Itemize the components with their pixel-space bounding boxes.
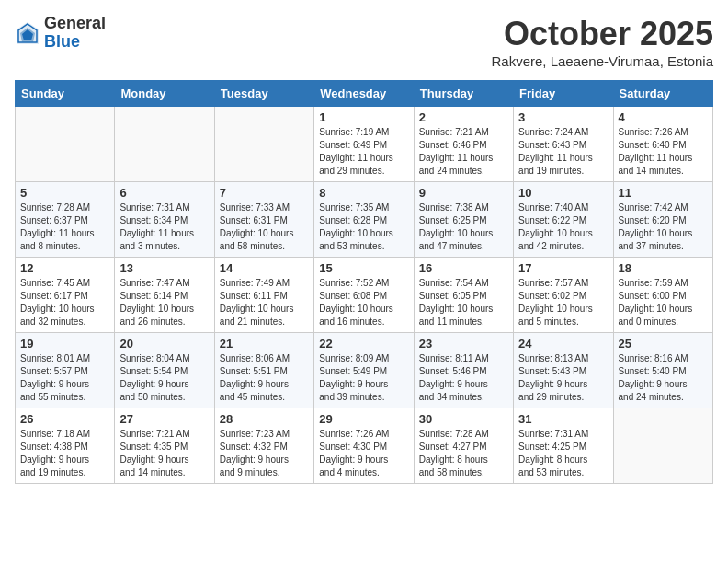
- logo-blue: Blue: [44, 33, 106, 52]
- day-number: 10: [518, 186, 608, 200]
- day-number: 4: [619, 110, 708, 124]
- day-info: Sunrise: 7:28 AM Sunset: 4:27 PM Dayligh…: [419, 428, 508, 479]
- calendar-week-row: 1Sunrise: 7:19 AM Sunset: 6:49 PM Daylig…: [16, 107, 713, 182]
- day-number: 1: [319, 110, 408, 124]
- weekday-header: Saturday: [613, 81, 712, 107]
- day-number: 5: [20, 186, 109, 200]
- day-info: Sunrise: 7:47 AM Sunset: 6:14 PM Dayligh…: [119, 277, 209, 328]
- weekday-header: Friday: [514, 81, 613, 107]
- calendar-cell: 26Sunrise: 7:18 AM Sunset: 4:38 PM Dayli…: [16, 408, 115, 484]
- day-info: Sunrise: 8:06 AM Sunset: 5:51 PM Dayligh…: [220, 352, 309, 404]
- weekday-header: Wednesday: [314, 81, 414, 107]
- calendar-cell: 10Sunrise: 7:40 AM Sunset: 6:22 PM Dayli…: [514, 182, 613, 258]
- day-number: 19: [20, 337, 109, 350]
- day-info: Sunrise: 8:04 AM Sunset: 5:54 PM Dayligh…: [119, 352, 209, 404]
- calendar-cell: 30Sunrise: 7:28 AM Sunset: 4:27 PM Dayli…: [414, 408, 513, 484]
- calendar-week-row: 19Sunrise: 8:01 AM Sunset: 5:57 PM Dayli…: [16, 333, 713, 408]
- logo: General Blue: [15, 15, 106, 52]
- day-number: 30: [419, 412, 508, 426]
- day-info: Sunrise: 7:52 AM Sunset: 6:08 PM Dayligh…: [319, 277, 408, 328]
- weekday-header: Monday: [115, 81, 214, 107]
- day-info: Sunrise: 8:11 AM Sunset: 5:46 PM Dayligh…: [419, 352, 508, 404]
- calendar-week-row: 5Sunrise: 7:28 AM Sunset: 6:37 PM Daylig…: [16, 182, 713, 258]
- day-info: Sunrise: 7:42 AM Sunset: 6:20 PM Dayligh…: [619, 201, 708, 253]
- logo-general: General: [44, 15, 106, 33]
- day-info: Sunrise: 7:21 AM Sunset: 6:46 PM Dayligh…: [419, 126, 508, 178]
- day-number: 3: [518, 110, 608, 124]
- day-info: Sunrise: 8:13 AM Sunset: 5:43 PM Dayligh…: [518, 352, 608, 404]
- day-info: Sunrise: 7:21 AM Sunset: 4:35 PM Dayligh…: [119, 428, 209, 479]
- calendar-week-row: 12Sunrise: 7:45 AM Sunset: 6:17 PM Dayli…: [16, 258, 713, 333]
- day-number: 20: [119, 337, 209, 350]
- day-number: 7: [220, 186, 309, 200]
- day-number: 9: [419, 186, 508, 200]
- calendar-cell: 21Sunrise: 8:06 AM Sunset: 5:51 PM Dayli…: [214, 333, 313, 408]
- day-info: Sunrise: 8:09 AM Sunset: 5:49 PM Dayligh…: [319, 352, 408, 404]
- day-info: Sunrise: 7:31 AM Sunset: 4:25 PM Dayligh…: [518, 428, 608, 479]
- day-info: Sunrise: 7:35 AM Sunset: 6:28 PM Dayligh…: [319, 201, 408, 253]
- calendar-cell: 22Sunrise: 8:09 AM Sunset: 5:49 PM Dayli…: [314, 333, 414, 408]
- calendar-cell: 4Sunrise: 7:26 AM Sunset: 6:40 PM Daylig…: [613, 107, 712, 182]
- day-number: 23: [419, 337, 508, 350]
- day-number: 6: [119, 186, 209, 200]
- day-number: 25: [619, 337, 708, 350]
- calendar-cell: 2Sunrise: 7:21 AM Sunset: 6:46 PM Daylig…: [414, 107, 513, 182]
- day-info: Sunrise: 7:24 AM Sunset: 6:43 PM Dayligh…: [518, 126, 608, 178]
- calendar-cell: 8Sunrise: 7:35 AM Sunset: 6:28 PM Daylig…: [314, 182, 414, 258]
- day-number: 21: [220, 337, 309, 350]
- month-title: October 2025: [491, 15, 713, 53]
- day-info: Sunrise: 8:01 AM Sunset: 5:57 PM Dayligh…: [20, 352, 109, 404]
- day-info: Sunrise: 7:31 AM Sunset: 6:34 PM Dayligh…: [119, 201, 209, 253]
- calendar-week-row: 26Sunrise: 7:18 AM Sunset: 4:38 PM Dayli…: [16, 408, 713, 484]
- calendar-cell: 28Sunrise: 7:23 AM Sunset: 4:32 PM Dayli…: [214, 408, 313, 484]
- calendar-cell: 29Sunrise: 7:26 AM Sunset: 4:30 PM Dayli…: [314, 408, 414, 484]
- calendar-cell: 3Sunrise: 7:24 AM Sunset: 6:43 PM Daylig…: [514, 107, 613, 182]
- calendar-cell: 17Sunrise: 7:57 AM Sunset: 6:02 PM Dayli…: [514, 258, 613, 333]
- weekday-header: Tuesday: [214, 81, 313, 107]
- day-info: Sunrise: 7:18 AM Sunset: 4:38 PM Dayligh…: [20, 428, 109, 479]
- calendar-cell: 19Sunrise: 8:01 AM Sunset: 5:57 PM Dayli…: [16, 333, 115, 408]
- calendar-cell: 23Sunrise: 8:11 AM Sunset: 5:46 PM Dayli…: [414, 333, 513, 408]
- calendar-cell: 31Sunrise: 7:31 AM Sunset: 4:25 PM Dayli…: [514, 408, 613, 484]
- calendar-cell: 6Sunrise: 7:31 AM Sunset: 6:34 PM Daylig…: [115, 182, 214, 258]
- title-block: October 2025 Rakvere, Laeaene-Virumaa, E…: [491, 15, 713, 69]
- day-info: Sunrise: 7:59 AM Sunset: 6:00 PM Dayligh…: [619, 277, 708, 328]
- location: Rakvere, Laeaene-Virumaa, Estonia: [491, 53, 713, 69]
- calendar-cell: [214, 107, 313, 182]
- calendar-cell: 9Sunrise: 7:38 AM Sunset: 6:25 PM Daylig…: [414, 182, 513, 258]
- day-number: 13: [119, 261, 209, 275]
- calendar-cell: 20Sunrise: 8:04 AM Sunset: 5:54 PM Dayli…: [115, 333, 214, 408]
- day-number: 12: [20, 261, 109, 275]
- weekday-header: Sunday: [16, 81, 115, 107]
- calendar-cell: 1Sunrise: 7:19 AM Sunset: 6:49 PM Daylig…: [314, 107, 414, 182]
- day-number: 14: [220, 261, 309, 275]
- calendar-cell: 16Sunrise: 7:54 AM Sunset: 6:05 PM Dayli…: [414, 258, 513, 333]
- calendar-cell: 13Sunrise: 7:47 AM Sunset: 6:14 PM Dayli…: [115, 258, 214, 333]
- day-number: 27: [119, 412, 209, 426]
- calendar-cell: 7Sunrise: 7:33 AM Sunset: 6:31 PM Daylig…: [214, 182, 313, 258]
- day-number: 28: [220, 412, 309, 426]
- calendar-cell: 14Sunrise: 7:49 AM Sunset: 6:11 PM Dayli…: [214, 258, 313, 333]
- day-info: Sunrise: 7:57 AM Sunset: 6:02 PM Dayligh…: [518, 277, 608, 328]
- day-number: 11: [619, 186, 708, 200]
- day-info: Sunrise: 7:38 AM Sunset: 6:25 PM Dayligh…: [419, 201, 508, 253]
- day-number: 8: [319, 186, 408, 200]
- calendar-cell: 24Sunrise: 8:13 AM Sunset: 5:43 PM Dayli…: [514, 333, 613, 408]
- calendar-cell: [613, 408, 712, 484]
- day-number: 29: [319, 412, 408, 426]
- day-info: Sunrise: 7:54 AM Sunset: 6:05 PM Dayligh…: [419, 277, 508, 328]
- calendar-table: SundayMondayTuesdayWednesdayThursdayFrid…: [15, 80, 713, 484]
- calendar-cell: 27Sunrise: 7:21 AM Sunset: 4:35 PM Dayli…: [115, 408, 214, 484]
- page-header: General Blue October 2025 Rakvere, Laeae…: [15, 15, 713, 69]
- day-number: 31: [518, 412, 608, 426]
- day-info: Sunrise: 7:33 AM Sunset: 6:31 PM Dayligh…: [220, 201, 309, 253]
- calendar-cell: 5Sunrise: 7:28 AM Sunset: 6:37 PM Daylig…: [16, 182, 115, 258]
- day-number: 2: [419, 110, 508, 124]
- day-info: Sunrise: 7:26 AM Sunset: 6:40 PM Dayligh…: [619, 126, 708, 178]
- calendar-cell: [16, 107, 115, 182]
- day-info: Sunrise: 7:26 AM Sunset: 4:30 PM Dayligh…: [319, 428, 408, 479]
- day-info: Sunrise: 7:28 AM Sunset: 6:37 PM Dayligh…: [20, 201, 109, 253]
- calendar-cell: 11Sunrise: 7:42 AM Sunset: 6:20 PM Dayli…: [613, 182, 712, 258]
- day-number: 16: [419, 261, 508, 275]
- day-number: 18: [619, 261, 708, 275]
